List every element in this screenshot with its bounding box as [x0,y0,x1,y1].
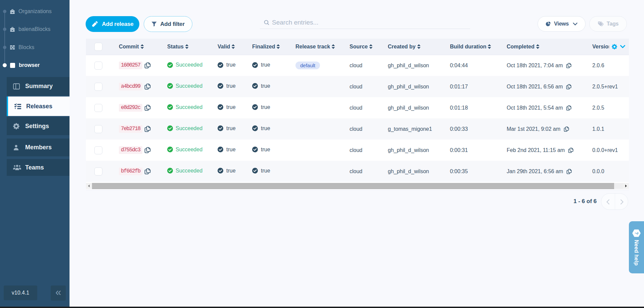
svg-text:?: ? [634,232,639,235]
